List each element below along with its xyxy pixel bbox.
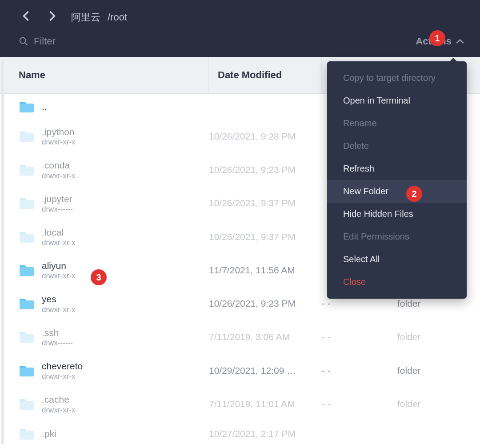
file-name: .ssh <box>42 327 73 339</box>
column-name[interactable]: Name <box>0 57 209 93</box>
filter-placeholder: Filter <box>34 36 56 47</box>
menu-edit-permissions: Edit Permissions <box>327 225 467 248</box>
cell-size: - - <box>322 365 397 376</box>
cell-size: - - <box>322 298 397 309</box>
cell-name: yes drwxr-xr-x <box>0 293 209 314</box>
folder-icon <box>19 230 35 244</box>
cell-name: .pki <box>0 427 209 440</box>
folder-icon <box>19 427 35 440</box>
file-permissions: drwxr-xr-x <box>42 238 76 247</box>
search-icon <box>19 36 28 46</box>
cell-type: folder <box>397 332 480 342</box>
file-permissions: drwxr-xr-x <box>42 305 76 314</box>
cell-date: 11/7/2021, 11:56 AM <box>209 265 322 276</box>
cell-name: .local drwxr-xr-x <box>0 226 209 247</box>
file-name: .ipython <box>42 126 76 138</box>
file-name: aliyun <box>42 260 76 272</box>
forward-button[interactable] <box>44 8 60 27</box>
folder-icon <box>19 196 35 210</box>
folder-icon <box>19 130 35 143</box>
cell-date: 10/29/2021, 12:09 … <box>209 365 322 376</box>
cell-name: .. <box>0 100 209 113</box>
file-name: chevereto <box>42 360 83 372</box>
folder-icon <box>19 397 35 411</box>
svg-line-1 <box>25 43 28 45</box>
menu-hide-hidden-files[interactable]: Hide Hidden Files <box>327 203 467 225</box>
cell-date: 7/11/2019, 3:06 AM <box>209 332 322 342</box>
menu-select-all[interactable]: Select All <box>327 248 467 271</box>
file-name: .local <box>42 226 76 238</box>
chevron-up-icon <box>456 39 464 44</box>
file-name: .jupyter <box>42 193 73 205</box>
file-permissions: drwx------ <box>42 205 73 214</box>
file-name: yes <box>42 293 76 305</box>
cell-name: .conda drwxr-xr-x <box>0 159 209 180</box>
menu-copy-to-target: Copy to target directory <box>327 67 467 89</box>
scrollbar[interactable] <box>1 62 4 444</box>
cell-name: .jupyter drwx------ <box>0 193 209 214</box>
cell-date: 10/26/2021, 9:23 PM <box>209 164 322 175</box>
folder-icon <box>19 330 35 344</box>
breadcrumb-host: 阿里云 <box>71 11 100 24</box>
folder-icon <box>19 297 35 310</box>
cell-name: .ipython drwxr-xr-x <box>0 126 209 147</box>
cell-date: 10/26/2021, 9:28 PM <box>209 131 322 142</box>
cell-date: 7/11/2019, 11:01 AM <box>209 399 322 409</box>
file-name: .pki <box>42 428 56 440</box>
menu-close[interactable]: Close <box>327 271 467 293</box>
cell-type: folder <box>397 365 480 376</box>
folder-icon <box>19 163 35 176</box>
cell-date: 10/27/2021, 2:17 PM <box>209 428 322 439</box>
column-date-modified[interactable]: Date Modified <box>209 57 322 93</box>
folder-icon <box>19 364 35 377</box>
header: 阿里云 /root Filter Actions <box>0 0 480 57</box>
file-permissions: drwx------ <box>42 339 73 348</box>
table-row[interactable]: chevereto drwxr-xr-x 10/29/2021, 12:09 …… <box>0 354 480 387</box>
menu-refresh[interactable]: Refresh <box>327 157 467 180</box>
annotation-badge-2: 2 <box>406 186 422 202</box>
file-permissions: drwxr-xr-x <box>42 272 76 280</box>
breadcrumb[interactable]: 阿里云 /root <box>71 11 127 24</box>
breadcrumb-path: /root <box>108 12 127 23</box>
cell-date: 10/26/2021, 9:37 PM <box>209 198 322 208</box>
table-row[interactable]: .pki 10/27/2021, 2:17 PM <box>0 421 480 445</box>
cell-type: folder <box>397 298 480 309</box>
menu-open-in-terminal[interactable]: Open in Terminal <box>327 89 467 112</box>
folder-icon <box>19 100 35 113</box>
cell-type: folder <box>397 399 480 409</box>
filter-input[interactable]: Filter <box>19 36 56 47</box>
filter-row: Filter Actions <box>0 31 480 57</box>
actions-dropdown: Copy to target directory Open in Termina… <box>327 61 467 299</box>
nav-row: 阿里云 /root <box>0 0 480 31</box>
cell-date: 10/26/2021, 9:23 PM <box>209 298 322 309</box>
file-name: .conda <box>42 159 76 171</box>
file-permissions: drwxr-xr-x <box>42 138 76 147</box>
cell-name: chevereto drwxr-xr-x <box>0 360 209 381</box>
menu-rename: Rename <box>327 112 467 135</box>
cell-name: .ssh drwx------ <box>0 327 209 348</box>
file-permissions: drwxr-xr-x <box>42 372 83 381</box>
annotation-badge-3: 3 <box>91 269 107 285</box>
menu-delete: Delete <box>327 135 467 157</box>
table-row[interactable]: .cache drwxr-xr-x 7/11/2019, 11:01 AM - … <box>0 387 480 420</box>
annotation-badge-1: 1 <box>429 30 445 46</box>
file-name: .cache <box>42 393 76 405</box>
table-row[interactable]: .ssh drwx------ 7/11/2019, 3:06 AM - - f… <box>0 320 480 354</box>
cell-size: - - <box>322 332 397 342</box>
cell-date: 10/26/2021, 9:37 PM <box>209 232 322 242</box>
cell-name: .cache drwxr-xr-x <box>0 393 209 414</box>
menu-new-folder[interactable]: New Folder <box>327 180 467 203</box>
folder-icon <box>19 264 35 277</box>
cell-size: - - <box>322 399 397 409</box>
file-permissions: drwxr-xr-x <box>42 406 76 415</box>
file-permissions: drwxr-xr-x <box>42 172 76 180</box>
file-name: .. <box>42 100 47 112</box>
back-button[interactable] <box>18 8 34 27</box>
